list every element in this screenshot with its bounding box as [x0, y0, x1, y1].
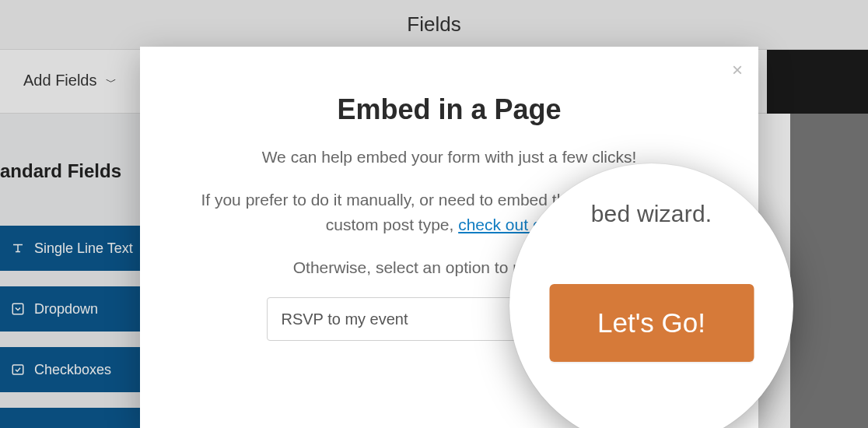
page-title-bar: Fields	[0, 0, 868, 50]
field-label: Single Line Text	[34, 240, 133, 257]
add-fields-dropdown[interactable]: Add Fields ﹀	[23, 72, 117, 89]
page-title: Fields	[407, 12, 460, 37]
add-fields-label: Add Fields	[23, 72, 97, 89]
chevron-down-icon: ﹀	[106, 75, 117, 88]
caret-square-down-icon	[11, 302, 25, 316]
toolbar-right-dark	[767, 50, 868, 114]
field-label: Checkboxes	[34, 362, 111, 378]
close-icon[interactable]: ×	[732, 61, 743, 79]
lets-go-label: Let's Go!	[597, 307, 705, 339]
lets-go-button[interactable]: Let's Go!	[549, 284, 754, 362]
lens-text-fragment: bed wizard.	[509, 201, 793, 227]
field-label: Dropdown	[34, 301, 98, 317]
svg-rect-1	[12, 365, 23, 374]
text-icon	[11, 241, 25, 255]
check-square-icon	[11, 363, 25, 377]
fields-section-label: andard Fields	[0, 160, 121, 182]
modal-title: Embed in a Page	[187, 93, 712, 126]
svg-rect-0	[12, 303, 23, 314]
